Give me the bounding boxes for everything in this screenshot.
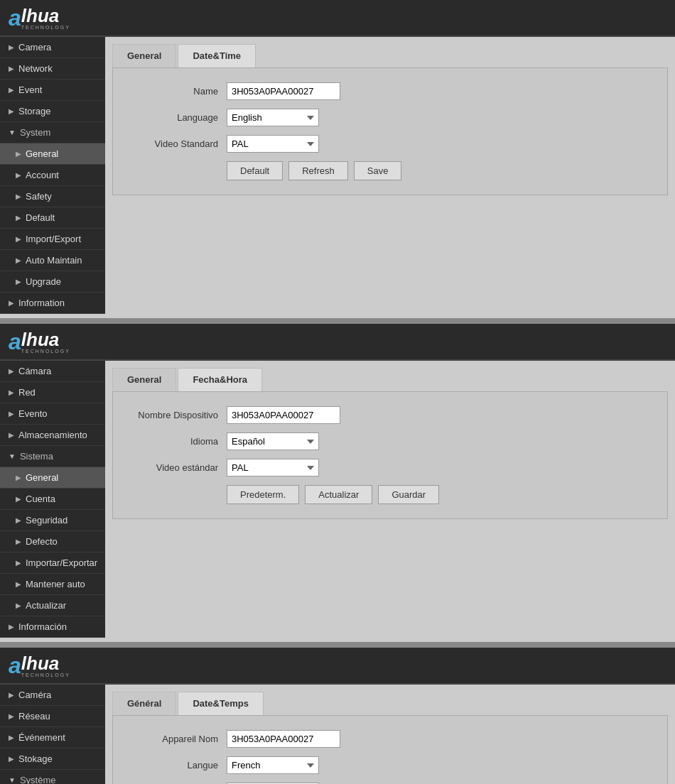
tabs: GeneralFecha&Hora — [112, 368, 668, 391]
sidebar-section-label: Système — [20, 775, 56, 784]
sidebar-item-event[interactable]: ▶Evento — [0, 403, 105, 425]
sidebar-item-storage[interactable]: ▶Storage — [0, 101, 105, 122]
sidebar-item-default[interactable]: ▶Defecto — [0, 531, 105, 552]
save-button[interactable]: Save — [354, 161, 402, 180]
form-row-language: LangueFrenchEnglishSpanish — [127, 756, 653, 774]
tab-general[interactable]: General — [112, 44, 176, 67]
chevron-down-icon: ▼ — [9, 129, 16, 136]
content-area: GénéralDate&TempsAppareil NomLangueFrenc… — [105, 685, 675, 784]
sidebar-item-label: Cámara — [18, 366, 51, 376]
sidebar-item-information[interactable]: ▶Información — [0, 616, 105, 638]
sidebar-item-storage[interactable]: ▶Stokage — [0, 748, 105, 770]
form-select-video-standard[interactable]: PALNTSC — [227, 135, 319, 153]
sidebar-item-label: Storage — [18, 106, 51, 116]
sidebar-item-event[interactable]: ▶Événement — [0, 727, 105, 748]
default-button[interactable]: Default — [227, 161, 283, 180]
arrow-icon: ▶ — [16, 516, 21, 524]
sidebar-item-information[interactable]: ▶Information — [0, 293, 105, 314]
tab-datetime[interactable]: Date&Temps — [178, 692, 264, 715]
sidebar-item-network[interactable]: ▶Réseau — [0, 706, 105, 727]
form-label-name: Nombre Dispositivo — [127, 410, 227, 420]
sidebar-item-camera[interactable]: ▶Caméra — [0, 685, 105, 706]
form-select-language[interactable]: FrenchEnglishSpanish — [227, 756, 319, 774]
sidebar-item-account[interactable]: ▶Account — [0, 165, 105, 186]
form-label-name: Name — [127, 86, 227, 97]
sidebar-item-account[interactable]: ▶Cuenta — [0, 489, 105, 510]
arrow-icon: ▶ — [9, 299, 14, 307]
form-label-language: Idioma — [127, 436, 227, 447]
sidebar-item-label: Stokage — [18, 753, 53, 764]
logo-subtitle: TECHNOLOGY — [21, 673, 70, 677]
sidebar-item-label: Cuenta — [26, 494, 55, 504]
arrow-icon: ▶ — [9, 691, 14, 699]
save-button[interactable]: Guardar — [378, 485, 439, 504]
sidebar-item-general[interactable]: ▶General — [0, 143, 105, 165]
tab-datetime[interactable]: Fecha&Hora — [178, 368, 262, 391]
default-button[interactable]: Predeterm. — [227, 485, 299, 504]
sidebar-item-safety[interactable]: ▶Seguridad — [0, 510, 105, 531]
sidebar-item-safety[interactable]: ▶Safety — [0, 186, 105, 207]
chevron-down-icon: ▼ — [9, 776, 16, 784]
form-label-video-standard: Video Standard — [127, 138, 227, 149]
sidebar-item-general[interactable]: ▶General — [0, 467, 105, 489]
sidebar-item-label: General — [26, 472, 58, 483]
form-input-name[interactable] — [227, 82, 340, 100]
arrow-icon: ▶ — [16, 495, 21, 503]
form-input-name[interactable] — [227, 406, 340, 424]
sidebar-item-event[interactable]: ▶Event — [0, 80, 105, 101]
form-select-video-standard[interactable]: PALNTSC — [227, 459, 319, 477]
form-select-language[interactable]: EspañolEnglishFrench — [227, 432, 319, 450]
tab-datetime[interactable]: Date&Time — [178, 44, 256, 67]
sidebar-item-camera[interactable]: ▶Cámara — [0, 361, 105, 382]
sidebar-item-storage[interactable]: ▶Almacenamiento — [0, 425, 105, 446]
form-buttons: DefaultRefreshSave — [227, 161, 653, 180]
sidebar-item-network[interactable]: ▶Network — [0, 58, 105, 80]
sidebar-item-label: Account — [26, 170, 59, 180]
sidebar-item-network[interactable]: ▶Red — [0, 382, 105, 403]
sidebar-section-system[interactable]: ▼Sistema — [0, 446, 105, 467]
sidebar-item-import-export[interactable]: ▶Import/Export — [0, 229, 105, 250]
refresh-button[interactable]: Refresh — [288, 161, 348, 180]
sidebar-item-label: Red — [18, 387, 36, 398]
header: a lhua TECHNOLOGY — [0, 324, 675, 361]
sidebar-item-label: General — [26, 148, 58, 159]
form-row-name: Appareil Nom — [127, 730, 653, 748]
refresh-button[interactable]: Actualizar — [305, 485, 372, 504]
logo-text: lhua — [21, 654, 70, 673]
form-row-language: IdiomaEspañolEnglishFrench — [127, 432, 653, 450]
sidebar-item-import-export[interactable]: ▶Importar/Exportar — [0, 552, 105, 574]
sidebar-section-system[interactable]: ▼Système — [0, 770, 105, 784]
logo-a-icon: a — [9, 329, 21, 355]
sidebar-item-upgrade[interactable]: ▶Upgrade — [0, 271, 105, 293]
form-area: NameLanguageEnglishChineseFrenchSpanishV… — [112, 67, 668, 195]
sidebar-item-default[interactable]: ▶Default — [0, 207, 105, 229]
sidebar-item-label: Safety — [26, 191, 52, 202]
header: a lhua TECHNOLOGY — [0, 648, 675, 685]
form-row-language: LanguageEnglishChineseFrenchSpanish — [127, 109, 653, 126]
sidebar-item-label: Event — [18, 85, 42, 95]
tab-general[interactable]: General — [112, 368, 176, 391]
sidebar-item-label: Import/Export — [26, 234, 81, 244]
form-input-name[interactable] — [227, 730, 340, 748]
sidebar-item-auto-maintain[interactable]: ▶Mantener auto — [0, 574, 105, 595]
sidebar-section-system[interactable]: ▼System — [0, 122, 105, 143]
sidebar: ▶Cámara▶Red▶Evento▶Almacenamiento▼Sistem… — [0, 361, 105, 638]
arrow-icon: ▶ — [9, 367, 14, 375]
sidebar-item-camera[interactable]: ▶Camera — [0, 37, 105, 58]
arrow-icon: ▶ — [16, 150, 21, 158]
arrow-icon: ▶ — [16, 278, 21, 285]
chevron-down-icon: ▼ — [9, 452, 16, 460]
sidebar-item-auto-maintain[interactable]: ▶Auto Maintain — [0, 250, 105, 271]
sidebar: ▶Camera▶Network▶Event▶Storage▼System▶Gen… — [0, 37, 105, 314]
arrow-icon: ▶ — [16, 601, 21, 609]
sidebar-item-label: Upgrade — [26, 276, 61, 287]
sidebar-item-label: Network — [18, 63, 53, 74]
tab-general[interactable]: Général — [112, 692, 176, 715]
sidebar-section-label: Sistema — [20, 451, 53, 462]
arrow-icon: ▶ — [9, 755, 14, 763]
sidebar-item-label: Auto Maintain — [26, 255, 82, 266]
form-select-language[interactable]: EnglishChineseFrenchSpanish — [227, 109, 319, 126]
sidebar-item-upgrade[interactable]: ▶Actualizar — [0, 595, 105, 616]
form-row-name: Nombre Dispositivo — [127, 406, 653, 424]
arrow-icon: ▶ — [9, 712, 14, 720]
